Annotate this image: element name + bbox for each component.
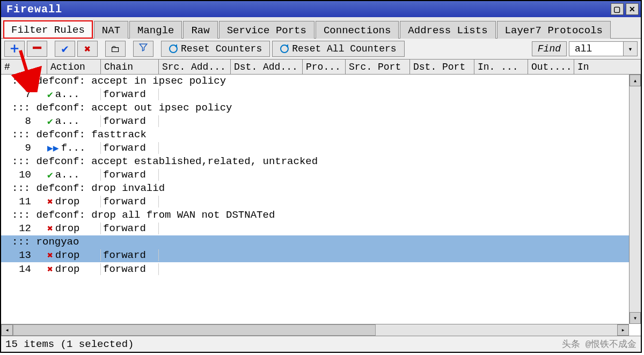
col-extra[interactable]: In xyxy=(574,60,596,74)
tab-label: Filter Rules xyxy=(11,24,85,36)
button-label: Reset All Counters xyxy=(292,43,396,54)
cell-chain: forward xyxy=(101,88,159,100)
rule-row[interactable]: 7✔ a...forward xyxy=(1,87,629,101)
col-number[interactable]: # xyxy=(1,60,47,74)
cell-chain: forward xyxy=(101,142,159,154)
comment-row[interactable]: ::: defconf: fasttrack xyxy=(1,128,629,141)
tab-raw[interactable]: Raw xyxy=(183,21,217,39)
cell-action: ✔ a... xyxy=(47,169,101,181)
cell-number: 11 xyxy=(1,196,47,208)
reset-all-counters-button[interactable]: Reset All Counters xyxy=(272,41,404,57)
add-button[interactable]: ＋ xyxy=(4,41,25,57)
tab-filter-rules[interactable]: Filter Rules xyxy=(3,20,93,39)
tab-mangle[interactable]: Mangle xyxy=(129,21,182,39)
grid-body: ::: defconf: accept in ipsec policy7✔ a.… xyxy=(1,75,641,324)
col-action[interactable]: Action xyxy=(47,60,101,74)
toolbar: ＋ ━ ✔ ✖ 🗀 Reset Counters Reset All Count… xyxy=(1,39,641,60)
rule-row[interactable]: 9▶▶ f...forward xyxy=(1,141,629,155)
tab-connections[interactable]: Connections xyxy=(316,21,399,39)
rule-row[interactable]: 10✔ a...forward xyxy=(1,168,629,182)
rule-row[interactable]: 12✖ dropforward xyxy=(1,221,629,235)
cell-action: ✖ drop xyxy=(47,263,101,275)
comment-row[interactable]: ::: defconf: drop invalid xyxy=(1,182,629,195)
tab-layer7-protocols[interactable]: Layer7 Protocols xyxy=(497,21,611,39)
col-src-port[interactable]: Src. Port xyxy=(346,60,410,74)
cell-action: ✖ drop xyxy=(47,249,101,261)
horizontal-scrollbar[interactable]: ◂ ▸ xyxy=(1,324,629,336)
tab-bar: Filter Rules NAT Mangle Raw Service Port… xyxy=(1,17,641,39)
drop-icon: ✖ xyxy=(47,249,53,261)
filter-button[interactable] xyxy=(133,41,153,57)
cell-action: ✔ a... xyxy=(47,88,101,100)
status-bar: 15 items (1 selected) 头条 @恨铁不成金 xyxy=(1,336,641,352)
tab-service-ports[interactable]: Service Ports xyxy=(219,21,314,39)
vertical-scrollbar[interactable]: ▴ ▾ xyxy=(629,75,641,324)
window-title: Firewall xyxy=(6,3,609,16)
cell-chain: forward xyxy=(101,196,159,208)
tab-address-lists[interactable]: Address Lists xyxy=(400,21,495,39)
col-chain[interactable]: Chain xyxy=(101,60,159,74)
cell-chain: forward xyxy=(101,169,159,181)
rule-row[interactable]: 14✖ dropforward xyxy=(1,262,629,276)
drop-icon: ✖ xyxy=(47,223,53,234)
tab-label: Layer7 Protocols xyxy=(505,25,603,36)
combo-value: all xyxy=(569,42,623,56)
x-icon: ✖ xyxy=(84,42,91,56)
minus-icon: ━ xyxy=(33,42,41,56)
drop-icon: ✖ xyxy=(47,263,53,275)
button-label: Find xyxy=(538,43,561,54)
cell-chain: forward xyxy=(101,249,159,261)
cell-number: 8 xyxy=(1,115,47,127)
tab-label: Mangle xyxy=(137,25,174,36)
cell-number: 14 xyxy=(1,263,47,275)
check-icon: ✔ xyxy=(61,42,68,56)
comment-button[interactable]: 🗀 xyxy=(105,41,126,57)
col-in-interface[interactable]: In. ... xyxy=(474,60,528,74)
fasttrack-icon: ▶▶ xyxy=(47,142,59,154)
cell-number: 7 xyxy=(1,88,47,100)
scroll-up-button[interactable]: ▴ xyxy=(630,75,641,86)
comment-row[interactable]: ::: rongyao xyxy=(1,235,629,248)
col-out-interface[interactable]: Out.... xyxy=(528,60,574,74)
scroll-thumb[interactable] xyxy=(13,324,376,336)
scroll-left-button[interactable]: ◂ xyxy=(1,324,13,336)
drop-icon: ✖ xyxy=(47,196,53,208)
comment-row[interactable]: ::: defconf: drop all from WAN not DSTNA… xyxy=(1,209,629,221)
disable-button[interactable]: ✖ xyxy=(77,41,98,57)
reset-counters-button[interactable]: Reset Counters xyxy=(161,41,270,57)
chain-filter-combo[interactable]: all ▾ xyxy=(569,41,638,56)
cell-action: ✖ drop xyxy=(47,196,101,208)
tab-label: Address Lists xyxy=(408,25,487,36)
close-button[interactable]: ✕ xyxy=(626,3,639,15)
tab-label: NAT xyxy=(102,25,120,36)
col-dst-port[interactable]: Dst. Port xyxy=(410,60,474,74)
accept-icon: ✔ xyxy=(47,115,53,127)
comment-row[interactable]: ::: defconf: accept out ipsec policy xyxy=(1,101,629,114)
rules-grid: # Action Chain Src. Add... Dst. Add... P… xyxy=(1,60,641,336)
enable-button[interactable]: ✔ xyxy=(55,41,75,57)
comment-row[interactable]: ::: defconf: accept established,related,… xyxy=(1,155,629,168)
find-button[interactable]: Find xyxy=(532,41,567,56)
col-src-address[interactable]: Src. Add... xyxy=(159,60,231,74)
cell-chain: forward xyxy=(101,263,159,275)
col-protocol[interactable]: Pro... xyxy=(303,60,346,74)
col-dst-address[interactable]: Dst. Add... xyxy=(231,60,303,74)
tab-label: Raw xyxy=(191,25,209,36)
cell-chain: forward xyxy=(101,223,159,234)
minimize-button[interactable]: ▢ xyxy=(611,3,624,15)
cell-chain: forward xyxy=(101,115,159,127)
scroll-right-button[interactable]: ▸ xyxy=(617,324,629,336)
remove-button[interactable]: ━ xyxy=(27,41,47,57)
rule-row[interactable]: 13✖ dropforward xyxy=(1,248,629,262)
cell-number: 12 xyxy=(1,223,47,234)
tab-label: Connections xyxy=(324,25,391,36)
cell-number: 13 xyxy=(1,249,47,261)
comment-row[interactable]: ::: defconf: accept in ipsec policy xyxy=(1,75,629,87)
rule-row[interactable]: 11✖ dropforward xyxy=(1,195,629,209)
scroll-down-button[interactable]: ▾ xyxy=(630,312,641,324)
note-icon: 🗀 xyxy=(111,43,120,55)
tab-nat[interactable]: NAT xyxy=(94,21,128,39)
cell-action: ▶▶ f... xyxy=(47,142,101,154)
funnel-icon xyxy=(138,42,148,55)
rule-row[interactable]: 8✔ a...forward xyxy=(1,114,629,128)
